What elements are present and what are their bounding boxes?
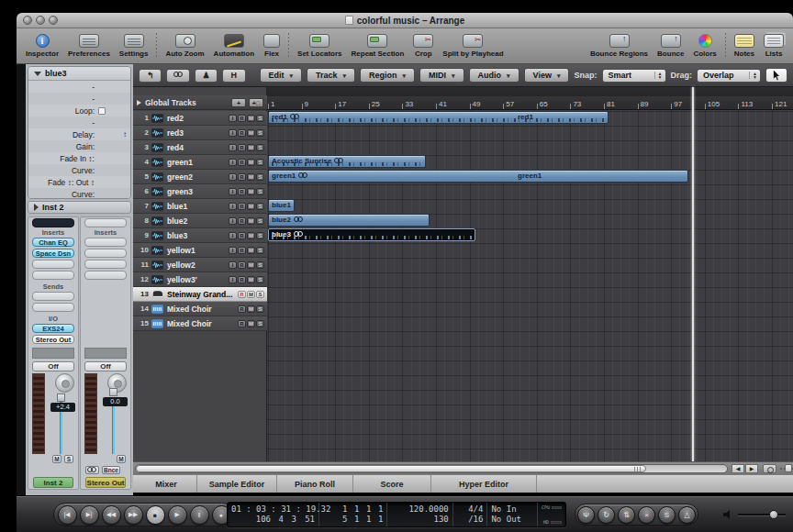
forward-button[interactable]: ▶▶ [124, 505, 143, 525]
input-monitor-button[interactable]: I [229, 261, 237, 269]
track-row-red2[interactable]: 1red2IRMS [133, 111, 267, 126]
instrument-slot[interactable]: EXS24 [32, 324, 74, 333]
duplicate-track-button[interactable]: +□ [249, 98, 263, 107]
track-row-mixed-choir[interactable]: 14Mixed ChoirRMS [133, 302, 267, 316]
tab-sample-editor[interactable]: Sample Editor [197, 475, 277, 493]
toolbar-colors[interactable]: Colors [693, 30, 716, 61]
mute-button[interactable]: M [247, 203, 255, 210]
region-acoustic-sunrise[interactable]: Acoustic Sunrise [268, 155, 426, 168]
menu-edit[interactable]: Edit [260, 68, 303, 83]
midi-display[interactable]: No In No Out [487, 503, 538, 526]
region-blue3[interactable]: blue3 [268, 228, 475, 241]
global-tracks-header[interactable]: Global Tracks ++□ [133, 95, 267, 110]
output-slot[interactable]: Stereo Out [32, 335, 74, 344]
region-parameter-row[interactable]: - [28, 93, 130, 105]
channel-name-label[interactable]: Inst 2 [33, 477, 73, 488]
menu-track[interactable]: Track [307, 68, 355, 83]
track-row-yellow1[interactable]: 10yellow1IRMS [133, 243, 267, 258]
record-enable-button[interactable]: R [238, 305, 246, 313]
automation-mode-button[interactable]: Off [32, 361, 74, 371]
go-to-beginning-button[interactable]: |◀ [58, 505, 77, 525]
record-enable-button[interactable]: R [238, 291, 246, 298]
horizontal-scrollbar[interactable] [135, 464, 728, 473]
input-monitor-button[interactable]: I [229, 203, 237, 210]
tuner-button[interactable]: Ψ [577, 506, 595, 524]
scroll-right-button[interactable]: ▶ [745, 464, 758, 473]
locator-display[interactable]: 1111 5111 [319, 503, 387, 526]
record-enable-button[interactable]: R [238, 217, 246, 225]
mute-button[interactable]: M [247, 144, 255, 151]
drag-dropdown[interactable]: Overlap ▲▼ [697, 69, 761, 83]
tab-piano-roll[interactable]: Piano Roll [277, 475, 353, 493]
record-enable-button[interactable]: R [238, 232, 246, 239]
mute-button[interactable]: M [247, 188, 255, 195]
region-parameter-row[interactable]: Fade ↕: Out ↕ [28, 176, 130, 188]
toolbar-repeat-section[interactable]: Repeat Section [352, 30, 405, 61]
record-enable-button[interactable]: R [238, 261, 246, 269]
fader-handle[interactable] [57, 393, 65, 402]
pause-button[interactable]: ‖ [190, 505, 209, 525]
record-enable-button[interactable]: R [238, 144, 246, 151]
rewind-button[interactable]: ◀◀ [102, 505, 121, 525]
input-monitor-button[interactable]: I [229, 173, 237, 181]
hide-tracks-button[interactable]: H [222, 69, 245, 83]
region-parameter-row[interactable]: Curve: [28, 188, 130, 199]
input-monitor-button[interactable]: I [229, 159, 237, 166]
mute-button[interactable]: M [247, 320, 255, 327]
automation-mode-button[interactable]: Off [84, 361, 127, 371]
record-enable-button[interactable]: R [238, 203, 246, 210]
input-monitor-button[interactable]: I [229, 144, 237, 151]
close-button[interactable] [23, 16, 32, 25]
stop-button[interactable]: ■ [146, 505, 165, 525]
mute-button[interactable]: M [247, 305, 255, 313]
toolbar-set-locators[interactable]: Set Locators [297, 30, 341, 61]
group-slot[interactable] [32, 348, 74, 359]
tempo-display[interactable]: 120.0000 130 [387, 503, 452, 526]
solo-mode-button[interactable]: S [658, 506, 676, 524]
toolbar-flex[interactable]: Flex [263, 30, 280, 61]
track-parameter-header[interactable]: Inst 2 [28, 201, 131, 214]
horizontal-scrollbar-thumb[interactable] [136, 465, 646, 472]
tab-hyper-editor[interactable]: Hyper Editor [431, 475, 537, 493]
toolbar-automation[interactable]: Automation [214, 30, 254, 61]
solo-button[interactable]: S [256, 247, 264, 254]
solo-button[interactable]: S [256, 291, 264, 298]
record-enable-button[interactable]: R [238, 320, 246, 327]
toolbar-auto-zoom[interactable]: Auto Zoom [165, 30, 204, 61]
send-slot[interactable] [32, 292, 74, 301]
region-parameter-row[interactable]: - [28, 116, 130, 128]
autopunch-button[interactable]: ⇅ [618, 506, 635, 524]
menu-midi[interactable]: MIDI [419, 68, 464, 83]
zoom-button[interactable] [49, 16, 58, 25]
input-monitor-button[interactable]: I [229, 247, 237, 254]
go-to-position-button[interactable]: ▶| [80, 505, 99, 525]
window-titlebar[interactable]: colorful music – Arrange [17, 13, 793, 28]
add-track-button[interactable]: + [231, 98, 246, 107]
mute-button[interactable]: M [117, 455, 126, 463]
solo-button[interactable]: S [256, 173, 264, 181]
region-parameter-row[interactable]: - [28, 81, 130, 93]
record-enable-button[interactable]: R [238, 247, 246, 254]
input-monitor-button[interactable]: I [229, 217, 237, 225]
mute-button[interactable]: M [247, 173, 255, 181]
bar-ruler[interactable]: 191725334149576573818997105113121129 [267, 87, 793, 110]
pan-knob[interactable] [55, 373, 74, 393]
stepper-icon[interactable]: ↕ [123, 130, 127, 139]
insert-slot[interactable] [84, 249, 127, 258]
mute-button[interactable]: M [247, 261, 255, 269]
record-enable-button[interactable]: R [238, 115, 246, 122]
stereo-format-button[interactable] [85, 466, 99, 474]
track-row-green1[interactable]: 4green1IRMS [133, 155, 267, 170]
tab-score[interactable]: Score [353, 475, 431, 493]
record-enable-button[interactable]: R [238, 276, 246, 283]
menu-audio[interactable]: Audio [469, 68, 519, 83]
mute-button[interactable]: M [247, 115, 255, 122]
channel-name-label[interactable]: Stereo Out [85, 477, 126, 488]
eq-thumbnail-slot[interactable] [32, 218, 74, 227]
cycle-button[interactable]: ↻ [598, 506, 615, 524]
insert-slot-chan-eq[interactable]: Chan EQ [32, 238, 74, 247]
region-parameter-header[interactable]: blue3 [28, 67, 130, 81]
solo-button[interactable]: S [256, 203, 264, 210]
minimize-button[interactable] [36, 16, 45, 25]
track-row-green3[interactable]: 6green3IRMS [133, 184, 267, 199]
